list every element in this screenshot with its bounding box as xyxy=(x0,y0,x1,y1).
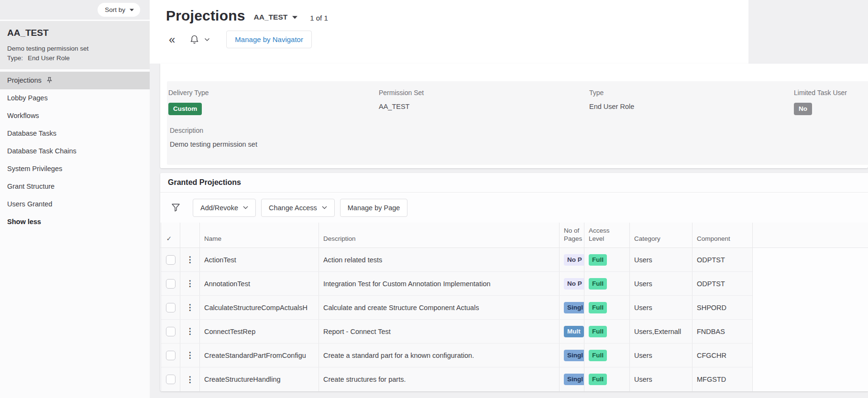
row-checkbox[interactable] xyxy=(166,303,176,312)
field-label: Description xyxy=(170,127,868,134)
notifications-control[interactable] xyxy=(189,34,210,45)
row-menu-cell: ⋮ xyxy=(180,248,200,271)
collapse-panel-icon[interactable]: « xyxy=(169,34,174,45)
category-cell: Users,Externall xyxy=(630,320,692,343)
bell-icon[interactable] xyxy=(189,34,199,45)
sidebar-item-database-tasks[interactable]: Database Tasks xyxy=(0,125,150,142)
sidebar-sort-bar: Sort by xyxy=(0,0,150,20)
manage-by-page-button[interactable]: Manage by Page xyxy=(340,199,408,217)
kebab-menu-icon[interactable]: ⋮ xyxy=(186,303,194,312)
entity-selector-dropdown[interactable]: AA_TEST xyxy=(254,13,298,22)
row-menu-cell: ⋮ xyxy=(180,344,200,367)
sidebar-item-label: Grant Structure xyxy=(7,183,55,190)
kebab-menu-icon[interactable]: ⋮ xyxy=(186,351,194,359)
projection-description: Create structures for parts. xyxy=(319,367,560,391)
chevron-down-icon xyxy=(243,206,248,209)
access-level-cell: Full xyxy=(584,367,630,391)
page-header: Projections AA_TEST 1 of 1 « xyxy=(150,0,748,64)
field-label: Type xyxy=(589,89,794,97)
field-permission-set: Permission Set AA_TEST xyxy=(379,89,589,115)
select-all-header[interactable]: ✓ xyxy=(161,223,180,247)
no-of-pages-badge: Singl xyxy=(564,374,584,385)
granted-projections-section: Granted Projections Add/Revoke Change Ac… xyxy=(160,173,868,391)
row-menu-cell: ⋮ xyxy=(180,296,200,319)
component-cell: ODPTST xyxy=(692,272,752,295)
sidebar-item-label: Database Tasks xyxy=(7,129,56,137)
access-level-badge: Full xyxy=(589,302,607,313)
access-level-cell: Full xyxy=(584,296,630,319)
change-access-button[interactable]: Change Access xyxy=(261,199,335,217)
projection-name[interactable]: ConnectTestRep xyxy=(200,320,319,343)
access-level-badge: Full xyxy=(589,254,607,266)
access-level-badge: Full xyxy=(589,326,607,337)
sidebar-item-label: Users Granted xyxy=(7,200,52,208)
projection-name[interactable]: CalculateStructureCompActualsH xyxy=(200,296,319,319)
manage-by-navigator-button[interactable]: Manage by Navigator xyxy=(226,31,312,48)
column-description[interactable]: Description xyxy=(319,223,560,247)
sidebar-item-label: Lobby Pages xyxy=(7,94,48,102)
projection-name[interactable]: AnnotationTest xyxy=(200,272,319,295)
chevron-down-icon xyxy=(322,206,327,209)
entity-type-value: End User Role xyxy=(28,54,70,62)
chevron-down-icon[interactable] xyxy=(204,38,210,42)
filter-icon[interactable] xyxy=(171,203,181,213)
access-level-cell: Full xyxy=(584,248,630,271)
kebab-menu-icon[interactable]: ⋮ xyxy=(186,256,194,264)
field-label: Delivery Type xyxy=(168,89,379,97)
sort-by-label: Sort by xyxy=(105,6,125,13)
access-level-cell: Full xyxy=(584,272,630,295)
access-level-cell: Full xyxy=(584,320,630,343)
entity-type: Type:End User Role xyxy=(7,54,142,62)
type-value: End User Role xyxy=(589,103,794,110)
column-category[interactable]: Category xyxy=(630,223,692,247)
row-checkbox[interactable] xyxy=(166,327,176,336)
component-cell: CFGCHR xyxy=(692,344,752,367)
kebab-menu-icon[interactable]: ⋮ xyxy=(186,376,194,384)
sidebar-item-grant-structure[interactable]: Grant Structure xyxy=(0,178,150,195)
column-component[interactable]: Component xyxy=(692,223,752,247)
category-cell: Users xyxy=(630,296,692,319)
add-revoke-button[interactable]: Add/Revoke xyxy=(193,199,256,217)
projection-name[interactable]: CreateStandardPartFromConfigu xyxy=(200,344,319,367)
sort-by-button[interactable]: Sort by xyxy=(98,3,140,17)
sidebar-item-users-granted[interactable]: Users Granted xyxy=(0,195,150,213)
row-checkbox-cell xyxy=(161,320,180,343)
table-row: ⋮ CreateStandardPartFromConfigu Create a… xyxy=(161,344,752,367)
row-checkbox-cell xyxy=(161,344,180,367)
projection-description: Action related tests xyxy=(319,248,560,271)
projection-name[interactable]: CreateStructureHandling xyxy=(200,367,319,391)
sidebar-item-system-privileges[interactable]: System Privileges xyxy=(0,160,150,178)
row-checkbox[interactable] xyxy=(166,375,176,384)
sidebar-item-projections[interactable]: Projections xyxy=(0,72,150,89)
sidebar-item-lobby-pages[interactable]: Lobby Pages xyxy=(0,89,150,107)
column-no-of-pages[interactable]: No of Pages xyxy=(560,223,584,247)
kebab-menu-icon[interactable]: ⋮ xyxy=(186,327,194,335)
no-of-pages-badge: Mult xyxy=(564,326,584,337)
access-level-badge: Full xyxy=(589,278,607,290)
kebab-menu-icon[interactable]: ⋮ xyxy=(186,280,194,288)
row-checkbox[interactable] xyxy=(166,255,176,265)
column-access-level[interactable]: Access Level xyxy=(584,223,630,247)
column-name[interactable]: Name xyxy=(200,223,319,247)
sidebar-item-label: System Privileges xyxy=(7,165,62,172)
show-less-label: Show less xyxy=(7,218,41,226)
detail-card: Delivery Type Custom Permission Set AA_T… xyxy=(160,64,868,168)
detail-panel: Delivery Type Custom Permission Set AA_T… xyxy=(167,81,868,165)
change-access-label: Change Access xyxy=(269,204,317,212)
access-level-badge: Full xyxy=(589,350,607,361)
show-less-button[interactable]: Show less xyxy=(0,213,150,231)
projection-name[interactable]: ActionTest xyxy=(200,248,319,271)
row-checkbox[interactable] xyxy=(166,351,176,360)
field-type: Type End User Role xyxy=(589,89,794,115)
component-cell: SHPORD xyxy=(692,296,752,319)
sidebar-item-database-task-chains[interactable]: Database Task Chains xyxy=(0,142,150,160)
table-body: ⋮ ActionTest Action related tests No P F… xyxy=(161,248,753,391)
sidebar-item-workflows[interactable]: Workflows xyxy=(0,107,150,125)
pin-icon[interactable] xyxy=(46,77,53,84)
no-of-pages-cell: Singl xyxy=(560,296,584,319)
table-row: ⋮ ConnectTestRep Report - Connect Test M… xyxy=(161,320,752,344)
table-row: ⋮ CreateStructureHandling Create structu… xyxy=(161,367,752,391)
sidebar-item-label: Database Task Chains xyxy=(7,147,77,155)
row-checkbox[interactable] xyxy=(166,279,176,289)
projection-description: Integration Test for Custom Annotation I… xyxy=(319,272,560,295)
